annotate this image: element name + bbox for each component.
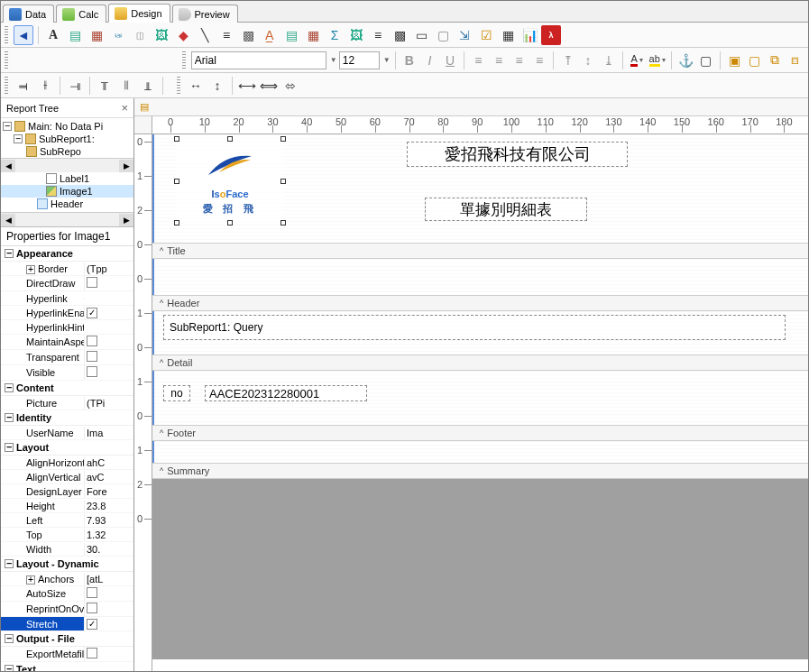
shape-tool[interactable]: ◆ (173, 25, 193, 45)
canvas-scroll[interactable]: IsoFace 愛 招 飛 愛招飛科技有限公司 單據別明細表 ^Title (152, 134, 808, 671)
layers-button[interactable]: ▤ (136, 99, 152, 115)
alignv-prop[interactable]: AlignVertical (1, 471, 84, 483)
detail-band-content[interactable]: SubReport1: Query (152, 311, 808, 354)
align-edges-left[interactable]: ⫤ (14, 76, 33, 96)
border-button[interactable]: ▢ (696, 51, 715, 70)
align-bottom[interactable]: ⫫ (138, 76, 158, 96)
footer-band-label[interactable]: ^Footer (152, 425, 808, 441)
anchors-prop[interactable]: +Anchors (1, 573, 84, 585)
report-page[interactable]: IsoFace 愛 招 飛 愛招飛科技有限公司 單據別明細表 ^Title (152, 134, 808, 671)
dbcalc-tool[interactable]: Σ (325, 25, 345, 45)
tree-hscroll-2[interactable]: ◀▶ (1, 212, 133, 226)
detail-no-label[interactable]: no (163, 385, 190, 401)
space-v-button[interactable]: ↕ (207, 76, 227, 96)
image-tool[interactable]: 🖼 (152, 25, 171, 45)
title-band-content[interactable]: IsoFace 愛 招 飛 愛招飛科技有限公司 單據別明細表 (152, 134, 808, 243)
send-back-button[interactable]: ▢ (745, 51, 764, 70)
align-edges-right[interactable]: ⫣ (65, 76, 85, 96)
crosstab-tool[interactable]: ▦ (498, 25, 518, 45)
header-band-label[interactable]: ^Header (152, 295, 808, 311)
valign-bottom-button[interactable]: ⤓ (599, 51, 618, 70)
detail-band-label[interactable]: ^Detail (152, 354, 808, 371)
hyperlinkenabled-prop[interactable]: HyperlinkEnabled (1, 307, 84, 319)
pointer-tool[interactable]: ◄ (14, 25, 33, 45)
sysvar-tool[interactable]: ⎃ (108, 25, 128, 45)
summary-band-label[interactable]: ^Summary (152, 463, 808, 479)
align-middle[interactable]: ⫴ (116, 76, 136, 96)
dropdown-arrow-icon[interactable]: ▼ (383, 56, 391, 64)
alignh-prop[interactable]: AlignHorizontal (1, 456, 84, 469)
tab-data[interactable]: Data (3, 5, 54, 23)
summary-band-content[interactable] (152, 441, 808, 463)
footer-band-content[interactable]: no AACE202312280001 (152, 371, 808, 425)
left-prop[interactable]: Left (1, 514, 84, 527)
dbtext-tool[interactable]: A̲ (260, 25, 280, 45)
group-layout-dynamic[interactable]: −Layout - Dynamic (1, 557, 133, 572)
region-tool[interactable]: ▭ (411, 25, 431, 45)
label-tool[interactable]: A (43, 25, 63, 45)
group-appearance[interactable]: −Appearance (1, 246, 133, 262)
dropdown-arrow-icon[interactable]: ▼ (330, 56, 337, 64)
reprint-prop[interactable]: ReprintOnOverFlo (1, 603, 84, 615)
font-size-select[interactable] (339, 51, 380, 69)
line-tool[interactable]: ╲ (195, 25, 215, 45)
richtext-tool[interactable]: ▦ (87, 25, 106, 45)
align-center-button[interactable]: ≡ (490, 51, 509, 70)
memo-tool[interactable]: ▤ (65, 25, 85, 45)
font-color-button[interactable]: A▾ (628, 51, 647, 70)
group-output-file[interactable]: −Output - File (1, 631, 133, 647)
top-prop[interactable]: Top (1, 529, 84, 541)
align-edges-center[interactable]: ⫲ (35, 76, 55, 96)
chart-tool[interactable]: 📊 (519, 25, 539, 45)
group-content[interactable]: −Content (1, 381, 133, 396)
hyperlink-prop[interactable]: Hyperlink (1, 292, 84, 305)
stretch-prop[interactable]: Stretch (1, 618, 84, 631)
picture-prop[interactable]: Picture (1, 397, 84, 410)
exportmeta-prop[interactable]: ExportMetafileAsB (1, 648, 84, 660)
maintainaspect-prop[interactable]: MaintainAspectRa (1, 336, 84, 348)
variable-tool[interactable]: ⎅ (130, 25, 150, 45)
height-prop[interactable]: Height (1, 500, 84, 512)
align-justify-button[interactable]: ≡ (530, 51, 549, 70)
db2dbarcode-tool[interactable]: ▩ (390, 25, 409, 45)
ungroup-button[interactable]: ⧈ (786, 51, 805, 70)
align-left-button[interactable]: ≡ (469, 51, 488, 70)
highlight-button[interactable]: ab▾ (648, 51, 667, 70)
2dbarcode-tool[interactable]: ▩ (238, 25, 258, 45)
italic-button[interactable]: I (420, 51, 439, 70)
detail-no-value[interactable]: AACE202312280001 (205, 385, 367, 401)
align-top[interactable]: ⫪ (95, 76, 115, 96)
bold-button[interactable]: B (400, 51, 419, 70)
barcode-tool[interactable]: ≡ (216, 25, 236, 45)
tree-header-node[interactable]: Header (1, 198, 133, 210)
pagebreak-tool[interactable]: ⇲ (455, 25, 474, 45)
company-label[interactable]: 愛招飛科技有限公司 (407, 142, 628, 167)
close-icon[interactable]: × (121, 101, 128, 115)
hyperlinkhint-prop[interactable]: HyperlinkHint (1, 321, 84, 334)
subreport-element[interactable]: SubReport1: Query (163, 315, 786, 340)
bring-front-button[interactable]: ▣ (725, 51, 744, 70)
header-band-content[interactable] (152, 259, 808, 295)
checkbox-tool[interactable]: ☑ (476, 25, 496, 45)
group-text[interactable]: −Text (1, 662, 133, 671)
autosize-prop[interactable]: AutoSize (1, 587, 84, 600)
tree-subreport[interactable]: −SubReport1: (1, 133, 133, 145)
group-identity[interactable]: −Identity (1, 410, 133, 426)
same-height-button[interactable]: ⟺ (259, 76, 279, 96)
underline-button[interactable]: U (441, 51, 460, 70)
tab-calc[interactable]: Calc (56, 5, 106, 23)
align-right-button[interactable]: ≡ (510, 51, 529, 70)
pdf-tool[interactable]: λ (541, 25, 561, 45)
space-h-button[interactable]: ↔ (186, 76, 206, 96)
same-width-button[interactable]: ⟷ (237, 76, 257, 96)
report-title-label[interactable]: 單據別明細表 (425, 198, 587, 221)
transparent-prop[interactable]: Transparent (1, 351, 84, 364)
border-prop[interactable]: +Border (1, 262, 84, 275)
tree-image1[interactable]: Image1 (1, 185, 133, 198)
tree-label1[interactable]: Label1 (1, 172, 133, 185)
tree-root[interactable]: −Main: No Data Pi (1, 120, 133, 133)
tab-preview[interactable]: Preview (172, 5, 238, 23)
dbmemo-tool[interactable]: ▤ (281, 25, 301, 45)
directdraw-prop[interactable]: DirectDraw (1, 277, 84, 290)
title-band-label[interactable]: ^Title (152, 243, 808, 259)
